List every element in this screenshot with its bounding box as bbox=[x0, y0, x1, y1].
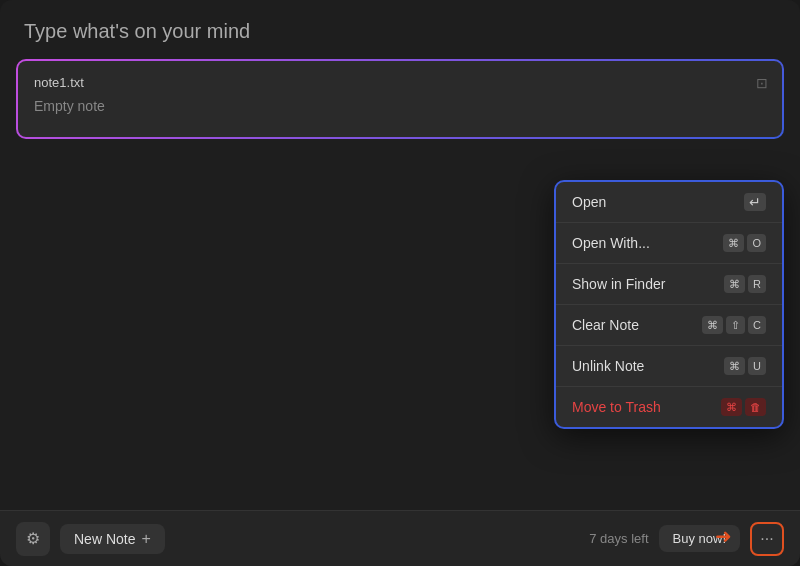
shortcut-c: C bbox=[748, 316, 766, 334]
plus-icon: + bbox=[141, 530, 150, 548]
menu-move-trash-label: Move to Trash bbox=[572, 399, 661, 415]
menu-item-move-trash[interactable]: Move to Trash ⌘ 🗑 bbox=[556, 387, 782, 427]
menu-item-show-finder[interactable]: Show in Finder ⌘ R bbox=[556, 264, 782, 305]
days-left-label: 7 days left bbox=[589, 531, 648, 546]
more-button[interactable]: ··· bbox=[750, 522, 784, 556]
shortcut-cmd4: ⌘ bbox=[724, 357, 745, 375]
menu-open-label: Open bbox=[572, 194, 606, 210]
more-button-container: ➜ ··· bbox=[750, 522, 784, 556]
expand-icon[interactable]: ⊡ bbox=[756, 75, 768, 91]
menu-clear-note-label: Clear Note bbox=[572, 317, 639, 333]
menu-move-trash-shortcut: ⌘ 🗑 bbox=[721, 398, 766, 416]
menu-item-open-with[interactable]: Open With... ⌘ O bbox=[556, 223, 782, 264]
menu-open-shortcut: ↵ bbox=[744, 193, 766, 211]
shortcut-trash: 🗑 bbox=[745, 398, 766, 416]
menu-show-finder-label: Show in Finder bbox=[572, 276, 665, 292]
app-title: Type what's on your mind bbox=[0, 0, 800, 59]
context-menu: Open ↵ Open With... ⌘ O Show in Finder ⌘… bbox=[554, 180, 784, 429]
gear-button[interactable]: ⚙ bbox=[16, 522, 50, 556]
shortcut-r: R bbox=[748, 275, 766, 293]
menu-open-with-label: Open With... bbox=[572, 235, 650, 251]
note-content: Empty note bbox=[34, 98, 766, 114]
shortcut-cmd5: ⌘ bbox=[721, 398, 742, 416]
shortcut-u: U bbox=[748, 357, 766, 375]
note-card[interactable]: note1.txt Empty note ⊡ bbox=[16, 59, 784, 139]
bottom-left: ⚙ New Note + bbox=[16, 522, 165, 556]
shortcut-cmd2: ⌘ bbox=[724, 275, 745, 293]
menu-unlink-note-label: Unlink Note bbox=[572, 358, 644, 374]
more-dots-icon: ··· bbox=[760, 530, 773, 548]
bottom-right: 7 days left Buy now! ➜ ··· bbox=[589, 522, 784, 556]
menu-show-finder-shortcut: ⌘ R bbox=[724, 275, 766, 293]
new-note-button[interactable]: New Note + bbox=[60, 524, 165, 554]
shortcut-return: ↵ bbox=[744, 193, 766, 211]
menu-unlink-note-shortcut: ⌘ U bbox=[724, 357, 766, 375]
menu-clear-note-shortcut: ⌘ ⇧ C bbox=[702, 316, 766, 334]
bottom-bar: ⚙ New Note + 7 days left Buy now! ➜ ··· bbox=[0, 510, 800, 566]
menu-item-open[interactable]: Open ↵ bbox=[556, 182, 782, 223]
shortcut-o: O bbox=[747, 234, 766, 252]
shortcut-shift: ⇧ bbox=[726, 316, 745, 334]
shortcut-cmd: ⌘ bbox=[723, 234, 744, 252]
shortcut-cmd3: ⌘ bbox=[702, 316, 723, 334]
arrow-icon: ➜ bbox=[715, 524, 732, 548]
new-note-label: New Note bbox=[74, 531, 135, 547]
main-container: Type what's on your mind note1.txt Empty… bbox=[0, 0, 800, 566]
menu-item-unlink-note[interactable]: Unlink Note ⌘ U bbox=[556, 346, 782, 387]
menu-item-clear-note[interactable]: Clear Note ⌘ ⇧ C bbox=[556, 305, 782, 346]
gear-icon: ⚙ bbox=[26, 529, 40, 548]
menu-open-with-shortcut: ⌘ O bbox=[723, 234, 766, 252]
note-filename: note1.txt bbox=[34, 75, 766, 90]
